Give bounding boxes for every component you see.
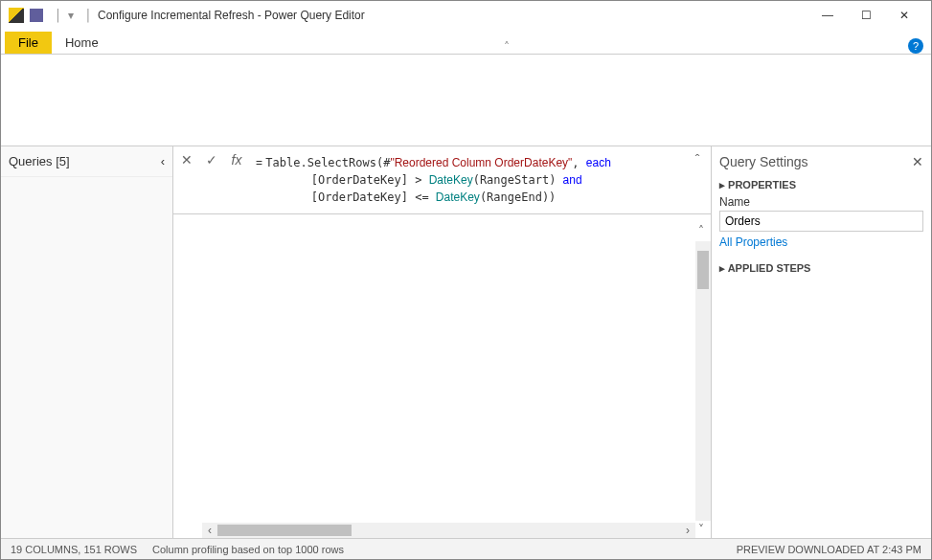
status-profiling: Column profiling based on top 1000 rows bbox=[152, 544, 344, 555]
ribbon-collapse-icon[interactable]: ˄ bbox=[504, 40, 510, 54]
minimize-button[interactable]: — bbox=[808, 2, 847, 29]
menu-file[interactable]: File bbox=[5, 32, 52, 54]
cancel-formula-icon[interactable]: ✕ bbox=[177, 150, 196, 169]
query-settings-pane: Query Settings ✕ ▸ PROPERTIES Name All P… bbox=[711, 146, 931, 538]
formula-bar: ✕ ✓ fx = Table.SelectRows(#"Reordered Co… bbox=[173, 146, 711, 214]
close-button[interactable]: ✕ bbox=[885, 2, 923, 29]
save-icon[interactable] bbox=[30, 9, 43, 22]
editor-center: ✕ ✓ fx = Table.SelectRows(#"Reordered Co… bbox=[173, 146, 711, 538]
horizontal-scrollbar[interactable]: ‹ › bbox=[202, 523, 695, 538]
accept-formula-icon[interactable]: ✓ bbox=[202, 150, 221, 169]
main-area: Queries [5] ‹ ✕ ✓ fx = Table.SelectRows(… bbox=[1, 146, 931, 538]
status-bar: 19 COLUMNS, 151 ROWS Column profiling ba… bbox=[1, 538, 931, 559]
expand-formula-icon[interactable]: ˆ bbox=[688, 150, 707, 169]
separator: │ bbox=[55, 9, 62, 22]
status-preview-time: PREVIEW DOWNLOADED AT 2:43 PM bbox=[737, 544, 921, 555]
queries-header: Queries [5] ‹ bbox=[1, 146, 172, 177]
queries-pane: Queries [5] ‹ bbox=[1, 146, 173, 538]
window-title: Configure Incremental Refresh - Power Qu… bbox=[98, 9, 365, 22]
queries-title: Queries [5] bbox=[9, 154, 70, 168]
ribbon bbox=[1, 55, 931, 146]
app-icon bbox=[9, 8, 24, 23]
collapse-icon[interactable]: ‹ bbox=[161, 154, 165, 168]
separator: │ bbox=[85, 9, 93, 22]
maximize-button[interactable]: ☐ bbox=[847, 2, 885, 29]
title-bar: │ ▾ │ Configure Incremental Refresh - Po… bbox=[1, 1, 931, 30]
all-properties-link[interactable]: All Properties bbox=[719, 235, 923, 249]
close-settings-icon[interactable]: ✕ bbox=[912, 154, 923, 169]
properties-label: ▸ PROPERTIES bbox=[719, 179, 923, 191]
settings-title: Query Settings bbox=[719, 154, 808, 169]
fx-icon[interactable]: fx bbox=[227, 150, 246, 169]
applied-steps-label: ▸ APPLIED STEPS bbox=[719, 262, 923, 275]
name-label: Name bbox=[719, 195, 923, 209]
dropdown-icon[interactable]: ▾ bbox=[68, 9, 74, 22]
help-icon[interactable]: ? bbox=[908, 38, 923, 54]
formula-text[interactable]: = Table.SelectRows(#"Reordered Column Or… bbox=[252, 150, 682, 210]
menu-tab-home[interactable]: Home bbox=[52, 32, 112, 54]
query-name-input[interactable] bbox=[719, 211, 923, 232]
data-grid[interactable]: ˄ ˅ ‹ › bbox=[173, 214, 711, 538]
status-columns-rows: 19 COLUMNS, 151 ROWS bbox=[11, 544, 137, 555]
vertical-scrollbar[interactable]: ˄ ˅ bbox=[695, 241, 711, 521]
menu-bar: File Home ˄ ? bbox=[1, 30, 931, 55]
